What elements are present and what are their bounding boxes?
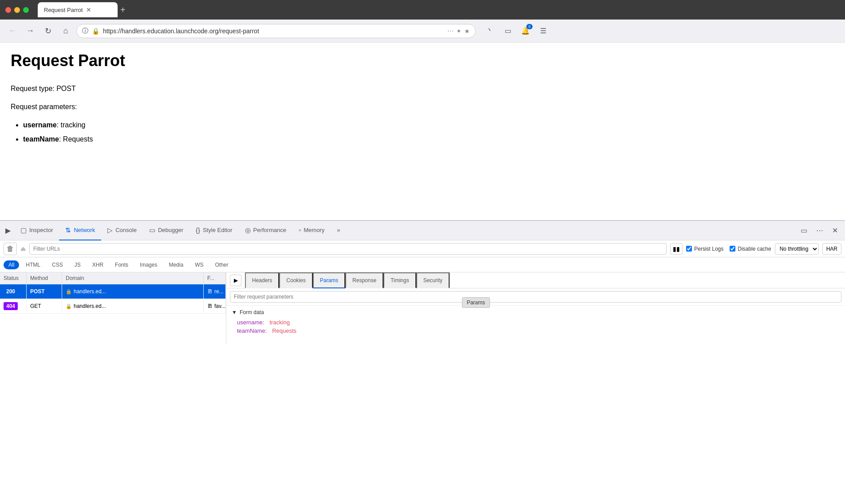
inspector-icon: ▢ [20, 226, 27, 234]
bookmark-icon[interactable]: ★ [464, 28, 470, 35]
details-panel: ▶ Headers Cookies Params Response Timing… [226, 272, 845, 343]
header-method: Method [27, 272, 62, 284]
console-icon: ▷ [107, 226, 113, 234]
forward-button[interactable]: → [23, 24, 37, 38]
request-type: Request type: POST [11, 83, 834, 95]
browser-tab[interactable]: Request Parrot ✕ [38, 2, 118, 17]
requests-table-header: Status Method Domain F... [0, 272, 226, 284]
url-actions: ⋯ ✦ ★ [447, 28, 470, 35]
traffic-lights [5, 7, 29, 13]
tab-security[interactable]: Security [416, 272, 450, 288]
tab-cookies[interactable]: Cookies [279, 272, 312, 288]
form-param-teamname: teamName: Requests [232, 327, 840, 334]
file-icon: 🖹 [207, 288, 213, 295]
reload-button[interactable]: ↻ [41, 24, 55, 38]
tab-headers[interactable]: Headers [245, 272, 279, 288]
header-file: F... [204, 272, 226, 284]
filter-all[interactable]: All [4, 260, 19, 269]
url-bar[interactable]: ⓘ 🔒 https://handlers.education.launchcod… [76, 24, 476, 38]
persist-logs-label[interactable]: Persist Logs [686, 246, 723, 252]
page-content: Request Parrot Request type: POST Reques… [0, 43, 845, 220]
devtools-options-btn[interactable]: ⋯ [813, 224, 827, 236]
tab-close-btn[interactable]: ✕ [86, 6, 91, 13]
sidebar-button[interactable]: ▭ [501, 24, 515, 38]
filter-css[interactable]: CSS [47, 260, 68, 269]
lock-icon: 🔒 [66, 289, 72, 295]
filter-ws[interactable]: WS [190, 260, 208, 269]
form-value-username: tracking [269, 319, 290, 326]
requests-panel: Status Method Domain F... 200 POST 🔒 han… [0, 272, 226, 343]
devtools-responsive-btn[interactable]: ▭ [797, 224, 811, 236]
filter-js[interactable]: JS [70, 260, 86, 269]
back-button[interactable]: ← [5, 24, 20, 38]
filter-xhr[interactable]: XHR [87, 260, 108, 269]
filter-urls-input[interactable] [29, 243, 667, 255]
filter-media[interactable]: Media [164, 260, 188, 269]
lock-icon: 🔒 [66, 303, 72, 309]
tab-memory[interactable]: ▫ Memory [292, 221, 331, 240]
filter-icon: ⏏ [20, 245, 26, 252]
disable-cache-label[interactable]: Disable cache [730, 246, 771, 252]
tab-response[interactable]: Response [345, 272, 383, 288]
close-traffic-light[interactable] [5, 7, 11, 13]
file-icon: 🖹 [207, 303, 213, 309]
status-cell: 404 [0, 299, 27, 313]
devtools-toolbar-right: ▭ ⋯ ✕ [797, 224, 841, 236]
tab-title: Request Parrot [44, 7, 83, 13]
filter-fonts[interactable]: Fonts [110, 260, 133, 269]
persist-logs-checkbox[interactable] [686, 246, 692, 252]
filter-html[interactable]: HTML [21, 260, 45, 269]
file-cell: 🖹 re... [204, 284, 226, 299]
har-button[interactable]: HAR [822, 243, 841, 255]
header-domain: Domain [62, 272, 204, 284]
tab-network[interactable]: ⇅ Network [59, 221, 101, 240]
network-body: Status Method Domain F... 200 POST 🔒 han… [0, 272, 845, 343]
param-item-username: username: tracking [23, 119, 834, 132]
throttle-select[interactable]: No throttling [775, 243, 819, 255]
details-filter [226, 288, 845, 306]
tab-style-editor[interactable]: {} Style Editor [190, 221, 239, 240]
tab-performance[interactable]: ◎ Performance [239, 221, 292, 240]
tab-more[interactable]: » [331, 221, 346, 240]
tab-debugger[interactable]: ▭ Debugger [143, 221, 190, 240]
tab-params[interactable]: Params [313, 272, 345, 288]
tab-inspector[interactable]: ▢ Inspector [14, 221, 59, 240]
minimize-traffic-light[interactable] [14, 7, 20, 13]
menu-button[interactable]: ☰ [536, 24, 550, 38]
new-tab-button[interactable]: + [120, 5, 126, 15]
tab-timings[interactable]: Timings [383, 272, 416, 288]
page-title: Request Parrot [11, 51, 834, 70]
play-request-btn[interactable]: ▶ [230, 275, 241, 286]
library-button[interactable]: ⼂ [483, 24, 497, 38]
filter-images[interactable]: Images [135, 260, 162, 269]
form-data-header[interactable]: ▼ Form data [232, 309, 840, 315]
details-tabs: ▶ Headers Cookies Params Response Timing… [226, 272, 845, 288]
maximize-traffic-light[interactable] [23, 7, 29, 13]
chevron-down-icon: ▼ [232, 309, 237, 315]
devtools: ▶ ▢ Inspector ⇅ Network ▷ Console ▭ Debu… [0, 220, 845, 343]
tab-console[interactable]: ▷ Console [101, 221, 143, 240]
form-param-username: username: tracking [232, 319, 840, 326]
disable-cache-checkbox[interactable] [730, 246, 735, 252]
form-data-section: ▼ Form data username: tracking teamName:… [226, 306, 845, 339]
notification-button[interactable]: 🔔 0 [518, 24, 533, 38]
filter-params-input[interactable] [230, 291, 841, 303]
home-button[interactable]: ⌂ [59, 24, 73, 38]
header-status: Status [0, 272, 27, 284]
url-options-icon[interactable]: ⋯ [447, 28, 454, 35]
clear-requests-btn[interactable]: 🗑 [4, 243, 17, 255]
devtools-pick-btn[interactable]: ▶ [2, 222, 14, 240]
pause-recording-btn[interactable]: ▮▮ [670, 243, 683, 255]
status-badge: 200 [4, 287, 18, 295]
inspector-label: Inspector [29, 227, 53, 233]
url-text: https://handlers.education.launchcode.or… [103, 28, 444, 35]
devtools-close-btn[interactable]: ✕ [829, 224, 841, 236]
lock-icon: 🔒 [92, 28, 99, 35]
performance-icon: ◎ [245, 226, 251, 234]
table-row[interactable]: 404 GET 🔒 handlers.ed... 🖹 fav... [0, 299, 226, 314]
console-label: Console [115, 227, 137, 233]
filter-other[interactable]: Other [210, 260, 233, 269]
pocket-icon[interactable]: ✦ [456, 28, 462, 35]
memory-icon: ▫ [299, 226, 301, 234]
table-row[interactable]: 200 POST 🔒 handlers.ed... 🖹 re... [0, 284, 226, 299]
